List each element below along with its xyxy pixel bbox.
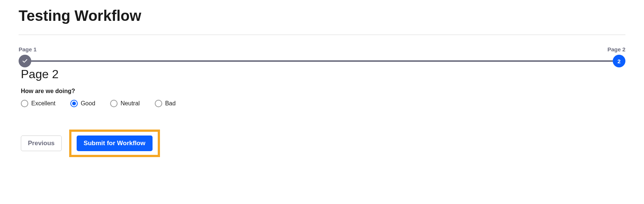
- radio-label: Neutral: [121, 100, 140, 107]
- divider: [19, 35, 625, 35]
- step-circle-1[interactable]: [19, 55, 31, 67]
- page-title: Testing Workflow: [19, 7, 625, 24]
- button-row: Previous Submit for Workflow: [21, 130, 625, 157]
- radio-circle: [70, 100, 78, 107]
- radio-group: Excellent Good Neutral Bad: [21, 100, 625, 107]
- radio-circle: [21, 100, 28, 107]
- radio-option-neutral[interactable]: Neutral: [110, 100, 140, 107]
- highlight-box: Submit for Workflow: [69, 130, 160, 157]
- radio-option-excellent[interactable]: Excellent: [21, 100, 55, 107]
- step-label-1: Page 1: [19, 46, 36, 52]
- radio-circle: [110, 100, 118, 107]
- radio-option-bad[interactable]: Bad: [155, 100, 176, 107]
- radio-label: Good: [81, 100, 95, 107]
- previous-button[interactable]: Previous: [21, 136, 62, 151]
- radio-dot: [72, 102, 76, 105]
- radio-option-good[interactable]: Good: [70, 100, 95, 107]
- step-connector: [31, 60, 613, 62]
- step-label-2: Page 2: [608, 46, 625, 52]
- section-title: Page 2: [21, 67, 625, 81]
- radio-label: Bad: [165, 100, 176, 107]
- radio-circle: [155, 100, 162, 107]
- stepper-labels: Page 1 Page 2: [19, 46, 625, 52]
- submit-button[interactable]: Submit for Workflow: [77, 136, 153, 151]
- step-circle-2[interactable]: 2: [613, 55, 625, 67]
- question-label: How are we doing?: [21, 88, 625, 95]
- radio-label: Excellent: [31, 100, 55, 107]
- check-icon: [22, 58, 28, 64]
- stepper: 2: [19, 55, 625, 67]
- step-number-2: 2: [618, 58, 621, 64]
